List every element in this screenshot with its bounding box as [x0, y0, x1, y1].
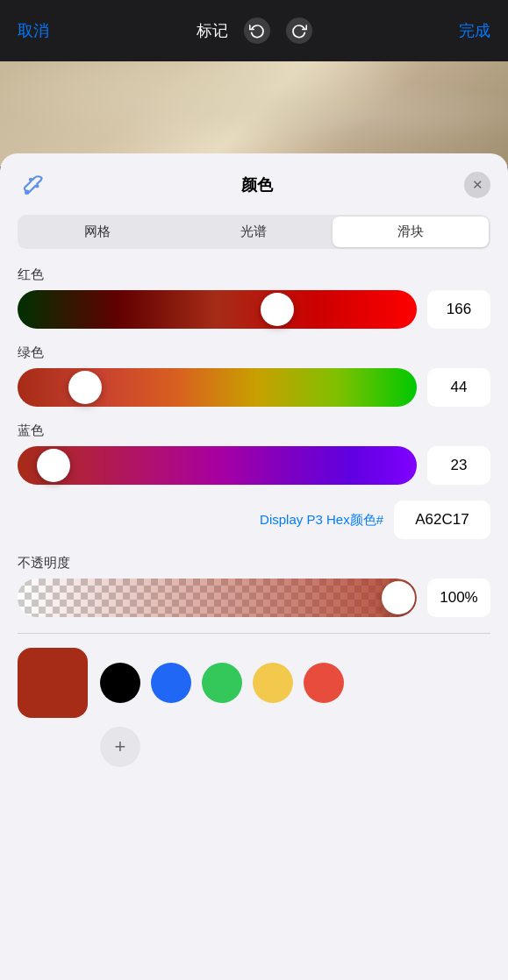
color-panel: 颜色 ✕ 网格 光谱 滑块 红色 166 绿色: [0, 153, 508, 980]
opacity-checkerboard[interactable]: [18, 579, 417, 617]
red-slider-thumb[interactable]: [261, 293, 294, 326]
bottom-color-section: +: [18, 648, 490, 767]
top-bar-label: 标记: [197, 20, 228, 41]
tab-grid[interactable]: 网格: [19, 217, 175, 247]
tab-spectrum[interactable]: 光谱: [175, 217, 332, 247]
red-slider-track[interactable]: [18, 290, 417, 329]
red-slider-section: 红色 166: [18, 266, 490, 329]
color-swatches-row: [18, 648, 490, 718]
blue-track-gradient: [18, 446, 417, 485]
green-label: 绿色: [18, 344, 490, 361]
preset-color-green[interactable]: [202, 663, 242, 703]
eyedropper-button[interactable]: [18, 169, 49, 201]
blue-slider-track[interactable]: [18, 446, 417, 485]
redo-button[interactable]: [286, 18, 312, 44]
undo-button[interactable]: [244, 18, 270, 44]
opacity-gradient: [18, 579, 417, 617]
opacity-label: 不透明度: [18, 555, 490, 572]
image-area: [0, 61, 508, 167]
preset-color-red[interactable]: [304, 663, 344, 703]
blue-slider-thumb[interactable]: [37, 449, 70, 482]
red-value-input[interactable]: 166: [427, 290, 490, 329]
blue-slider-track-container[interactable]: [18, 446, 417, 485]
opacity-track-container[interactable]: [18, 579, 417, 617]
blue-label: 蓝色: [18, 423, 490, 439]
red-label: 红色: [18, 266, 490, 283]
green-slider-track-container[interactable]: [18, 368, 417, 407]
preset-color-yellow[interactable]: [253, 663, 293, 703]
opacity-slider-row: 100%: [18, 579, 490, 617]
blue-slider-section: 蓝色 23: [18, 423, 490, 485]
top-bar-title-area: 标记: [197, 18, 312, 44]
close-button[interactable]: ✕: [464, 172, 490, 198]
red-track-gradient: [18, 290, 417, 329]
sheet-header: 颜色 ✕: [18, 153, 490, 211]
hex-label: Display P3 Hex颜色#: [260, 512, 383, 529]
current-color-swatch[interactable]: [18, 648, 88, 718]
hex-value-input[interactable]: A62C17: [394, 501, 490, 539]
tab-sliders[interactable]: 滑块: [333, 217, 489, 247]
cancel-button[interactable]: 取消: [18, 20, 49, 41]
tab-switcher: 网格 光谱 滑块: [18, 215, 490, 249]
opacity-section: 不透明度 100%: [18, 555, 490, 617]
green-slider-thumb[interactable]: [68, 371, 102, 404]
preset-colors: [100, 663, 490, 703]
done-button[interactable]: 完成: [459, 20, 490, 41]
hex-row: Display P3 Hex颜色# A62C17: [18, 501, 490, 539]
red-slider-row: 166: [18, 290, 490, 329]
add-color-button[interactable]: +: [100, 727, 140, 767]
opacity-value-input[interactable]: 100%: [427, 579, 490, 617]
red-slider-track-container[interactable]: [18, 290, 417, 329]
panel-title: 颜色: [49, 174, 464, 195]
divider: [18, 633, 490, 634]
add-icon: +: [115, 735, 126, 758]
opacity-slider-thumb[interactable]: [382, 581, 415, 614]
green-slider-row: 44: [18, 368, 490, 407]
preset-color-blue[interactable]: [151, 663, 191, 703]
preset-color-black[interactable]: [100, 663, 140, 703]
top-bar: 取消 标记 完成: [0, 0, 508, 61]
blue-slider-row: 23: [18, 446, 490, 485]
image-preview: [0, 61, 508, 167]
blue-value-input[interactable]: 23: [427, 446, 490, 485]
green-slider-track[interactable]: [18, 368, 417, 407]
green-slider-section: 绿色 44: [18, 344, 490, 407]
green-value-input[interactable]: 44: [427, 368, 490, 407]
